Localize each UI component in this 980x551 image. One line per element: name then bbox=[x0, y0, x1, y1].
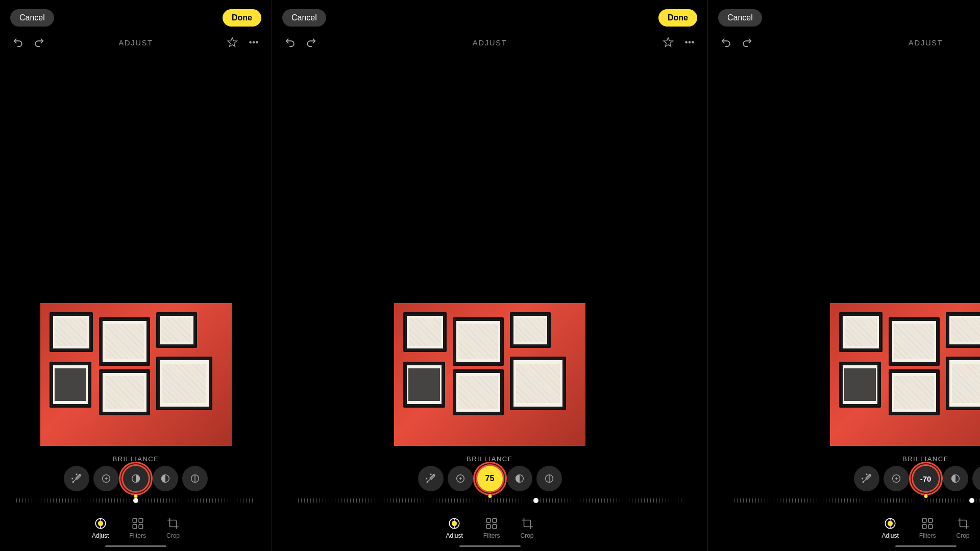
auto-button-2[interactable] bbox=[660, 35, 676, 50]
redo-button-2[interactable] bbox=[304, 35, 319, 50]
slider-bar-2[interactable] bbox=[298, 495, 681, 506]
cancel-button-2[interactable]: Cancel bbox=[282, 9, 326, 27]
svg-point-6 bbox=[72, 478, 73, 479]
redo-button-1[interactable] bbox=[32, 35, 47, 50]
crop-nav-icon-3 bbox=[957, 517, 970, 530]
frame-3-bm bbox=[889, 369, 940, 415]
nav-crop-3[interactable]: Crop bbox=[957, 517, 970, 539]
shadow-icon-1[interactable] bbox=[182, 466, 208, 491]
svg-rect-41 bbox=[486, 518, 491, 522]
crop-nav-label-3: Crop bbox=[957, 532, 970, 539]
toolbar-3: ADJUST bbox=[708, 32, 980, 53]
cancel-button-3[interactable]: Cancel bbox=[718, 9, 762, 27]
frame-bm bbox=[99, 369, 150, 415]
filters-nav-label-2: Filters bbox=[483, 532, 500, 539]
toolbar-title-2: ADJUST bbox=[473, 38, 507, 47]
slider-bar-1[interactable] bbox=[16, 495, 255, 506]
top-bar-2: Cancel Done bbox=[272, 0, 707, 32]
nav-filters-1[interactable]: Filters bbox=[129, 517, 146, 539]
ticks-2 bbox=[298, 495, 681, 506]
svg-rect-66 bbox=[928, 524, 933, 529]
frame-bl bbox=[50, 362, 91, 408]
undo-button-1[interactable] bbox=[10, 35, 26, 50]
undo-button-2[interactable] bbox=[282, 35, 298, 50]
toolbar-right-1 bbox=[225, 35, 261, 50]
svg-point-29 bbox=[426, 478, 427, 479]
nav-crop-2[interactable]: Crop bbox=[521, 517, 534, 539]
svg-point-26 bbox=[692, 42, 694, 43]
toolbar-title-3: ADJUST bbox=[909, 38, 943, 47]
frame-2-br bbox=[510, 357, 566, 410]
toolbar-left-2 bbox=[282, 35, 319, 50]
undo-button-3[interactable] bbox=[718, 35, 733, 50]
brilliance-value-2: 75 bbox=[485, 474, 495, 483]
filters-nav-icon-1 bbox=[131, 517, 144, 530]
panel-1: Cancel Done ADJUST bbox=[0, 0, 272, 551]
crop-nav-label-2: Crop bbox=[521, 532, 534, 539]
brilliance-icon-3[interactable]: -70 bbox=[913, 466, 939, 491]
nav-crop-1[interactable]: Crop bbox=[166, 517, 180, 539]
shadow-icon-3[interactable] bbox=[972, 466, 981, 491]
nav-filters-3[interactable]: Filters bbox=[919, 517, 936, 539]
slider-handle-1[interactable] bbox=[133, 498, 138, 503]
adjust-nav-icon-1 bbox=[94, 517, 107, 530]
nav-adjust-2[interactable]: Adjust bbox=[446, 517, 462, 539]
svg-rect-22 bbox=[139, 524, 143, 529]
svg-point-60 bbox=[888, 521, 893, 526]
frame-2-tr bbox=[510, 312, 551, 348]
slider-handle-2[interactable] bbox=[533, 498, 538, 503]
adjust-nav-label-2: Adjust bbox=[446, 532, 462, 539]
exposure-icon-3[interactable] bbox=[884, 466, 909, 491]
frames-grid-2 bbox=[394, 303, 585, 446]
adjust-nav-label-1: Adjust bbox=[92, 532, 109, 539]
frame-3-bl bbox=[839, 362, 881, 408]
more-button-2[interactable] bbox=[682, 35, 697, 50]
frame-3-br bbox=[946, 357, 980, 410]
slider-bar-3[interactable] bbox=[734, 495, 980, 506]
top-bar-3: Cancel Done bbox=[708, 0, 980, 32]
brilliance-label-3: BRILLIANCE bbox=[902, 455, 949, 463]
svg-point-30 bbox=[430, 474, 431, 475]
auto-button-1[interactable] bbox=[225, 35, 240, 50]
toolbar-1: ADJUST bbox=[0, 32, 272, 53]
ticks-3 bbox=[734, 495, 980, 506]
adj-icons-row-2: 75 bbox=[418, 466, 562, 491]
black-space-2 bbox=[272, 53, 707, 303]
contrast-icon-1[interactable] bbox=[153, 466, 178, 491]
nav-filters-2[interactable]: Filters bbox=[483, 517, 500, 539]
magic-wand-icon-2[interactable] bbox=[418, 466, 444, 491]
done-button-2[interactable]: Done bbox=[658, 9, 697, 27]
toolbar-left-1 bbox=[10, 35, 47, 50]
shadow-icon-2[interactable] bbox=[536, 466, 562, 491]
svg-point-5 bbox=[73, 482, 74, 483]
svg-rect-65 bbox=[922, 524, 926, 529]
slider-handle-3[interactable] bbox=[969, 498, 974, 503]
filters-nav-label-3: Filters bbox=[919, 532, 936, 539]
magic-wand-icon-3[interactable] bbox=[854, 466, 879, 491]
svg-point-16 bbox=[98, 521, 103, 526]
contrast-icon-2[interactable] bbox=[507, 466, 532, 491]
svg-rect-42 bbox=[493, 518, 497, 522]
nav-adjust-1[interactable]: Adjust bbox=[92, 517, 109, 539]
bottom-indicator-1 bbox=[105, 545, 166, 547]
cancel-button-1[interactable]: Cancel bbox=[10, 9, 54, 27]
bottom-nav-3: Adjust Filters Crop bbox=[708, 512, 980, 545]
done-button-1[interactable]: Done bbox=[223, 9, 261, 27]
black-space-3 bbox=[708, 53, 980, 303]
toolbar-2: ADJUST bbox=[272, 32, 707, 53]
toolbar-right-2 bbox=[660, 35, 697, 50]
brilliance-icon-2[interactable]: 75 bbox=[477, 466, 503, 491]
bottom-indicator-3 bbox=[895, 545, 957, 547]
svg-marker-0 bbox=[228, 38, 237, 46]
exposure-icon-1[interactable] bbox=[93, 466, 119, 491]
frame-3-tl bbox=[839, 312, 883, 352]
nav-adjust-3[interactable]: Adjust bbox=[881, 517, 898, 539]
brilliance-icon-1[interactable] bbox=[123, 466, 149, 491]
exposure-icon-2[interactable] bbox=[448, 466, 473, 491]
more-button-1[interactable] bbox=[246, 35, 261, 50]
frames-grid-1 bbox=[40, 303, 232, 446]
contrast-icon-3[interactable] bbox=[943, 466, 968, 491]
magic-wand-icon-1[interactable] bbox=[64, 466, 89, 491]
svg-point-2 bbox=[253, 42, 255, 43]
redo-button-3[interactable] bbox=[740, 35, 755, 50]
